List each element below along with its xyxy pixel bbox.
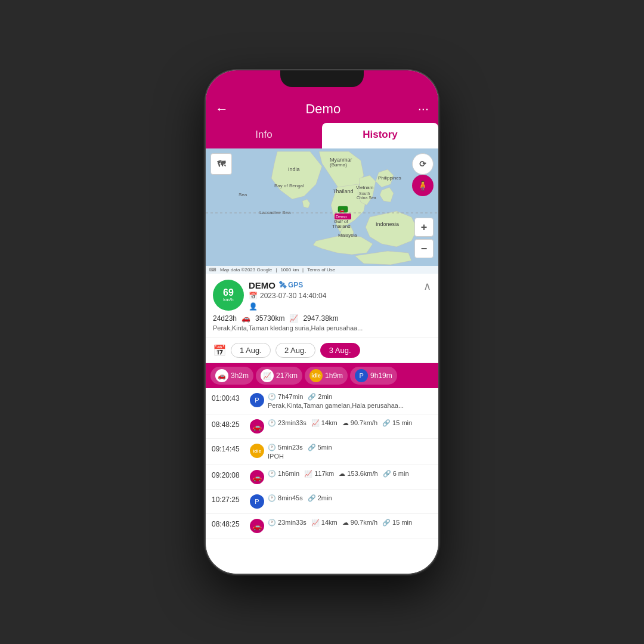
svg-text:Sea: Sea xyxy=(239,192,247,197)
trip-duration: 🕐 8min45s xyxy=(268,494,303,502)
trip-item[interactable]: 01:00:43 P 🕐 7h47min 🔗 2min Perak,Kinta,… xyxy=(206,388,438,414)
trip-address: IPOH xyxy=(268,453,432,460)
trip-time: 10:27:25 xyxy=(212,496,246,504)
trip-details: 🕐 23min33s 📈 14km ☁ 90.7km/h 🔗 15 min xyxy=(268,419,432,427)
trip-type-park-icon: P xyxy=(250,393,264,407)
trip-stops: 🔗 15 min xyxy=(382,519,412,527)
collapse-button[interactable]: ∧ xyxy=(423,280,431,293)
notch xyxy=(280,70,364,87)
trip-list: 01:00:43 P 🕐 7h47min 🔗 2min Perak,Kinta,… xyxy=(206,388,438,574)
trip-time: 08:48:25 xyxy=(212,420,246,429)
trip-stop-time: 🔗 2min xyxy=(308,494,332,502)
svg-text:China Sea: China Sea xyxy=(357,196,376,200)
svg-text:India: India xyxy=(288,166,300,172)
tab-history[interactable]: History xyxy=(322,123,438,148)
summary-distance: 📈 217km xyxy=(256,367,302,385)
trip-stop-time: 🔗 2min xyxy=(308,393,332,401)
vehicle-address: Perak,Kinta,Taman kledang suria,Hala per… xyxy=(213,324,431,332)
zoom-in-button[interactable]: + xyxy=(414,218,434,237)
date-selector: 📅 1 Aug. 2 Aug. 3 Aug. xyxy=(206,338,438,363)
trip-item[interactable]: 08:48:25 🚗 🕐 23min33s 📈 14km ☁ 90.7km/h … xyxy=(206,514,438,538)
tab-bar: Info History xyxy=(206,123,438,148)
trip-details: 🕐 5min23s 🔗 5min IPOH xyxy=(268,444,432,460)
summary-bar: 🚗 3h2m 📈 217km idle 1h9m P 9h19m xyxy=(206,363,438,388)
zoom-out-button[interactable]: − xyxy=(414,239,434,258)
trip-item[interactable]: 10:27:25 P 🕐 8min45s 🔗 2min xyxy=(206,490,438,514)
back-button[interactable]: ← xyxy=(215,101,228,117)
phone-frame: ← Demo ··· Info History xyxy=(206,70,438,574)
trip-type-idle-icon: idle xyxy=(250,444,264,458)
date-2aug[interactable]: 2 Aug. xyxy=(275,343,315,358)
svg-text:Malaysia: Malaysia xyxy=(338,233,357,238)
date-1aug[interactable]: 1 Aug. xyxy=(231,343,271,358)
svg-text:Indonesia: Indonesia xyxy=(376,221,399,227)
trip-item[interactable]: 08:48:25 🚗 🕐 23min33s 📈 14km ☁ 90.7km/h … xyxy=(206,414,438,439)
trip-duration: 🕐 1h6min xyxy=(268,470,299,478)
speed-badge: 69 km/h xyxy=(213,280,244,311)
trip-time: 09:14:45 xyxy=(212,445,246,453)
vehicle-datetime: 📅 2023-07-30 14:40:04 xyxy=(249,292,419,300)
trip-distance: 📈 14km xyxy=(311,519,338,527)
svg-text:🚗: 🚗 xyxy=(339,208,345,213)
trip-details: 🕐 23min33s 📈 14km ☁ 90.7km/h 🔗 15 min xyxy=(268,519,432,527)
svg-text:Philippines: Philippines xyxy=(378,175,401,181)
duration-label: 24d23h xyxy=(213,314,237,323)
trip-distance: 🔗 5min xyxy=(308,444,332,451)
trip-type-park-icon: P xyxy=(250,494,264,509)
trip-type-drive-icon: 🚗 xyxy=(250,519,264,533)
trip-type-drive-icon: 🚗 xyxy=(250,419,264,434)
svg-text:South: South xyxy=(359,191,370,196)
map-rotate-button[interactable]: ⟳ xyxy=(412,153,434,175)
trip-duration: 🕐 7h47min xyxy=(268,393,303,401)
map-person-button[interactable]: 🧍 xyxy=(412,175,434,196)
trip-distance: 2947.38km xyxy=(303,314,338,323)
park-icon: P xyxy=(355,369,368,382)
trip-distance: 📈 14km xyxy=(311,419,338,427)
svg-text:Vietnam: Vietnam xyxy=(356,185,374,190)
trip-duration: 🕐 23min33s xyxy=(268,419,306,427)
page-title: Demo xyxy=(305,101,340,117)
trip-stops: 🔗 6 min xyxy=(383,470,409,478)
trip-speed: ☁ 90.7km/h xyxy=(342,519,377,527)
trip-item[interactable]: 09:14:45 idle 🕐 5min23s 🔗 5min IPOH xyxy=(206,439,438,465)
date-3aug[interactable]: 3 Aug. xyxy=(320,343,360,358)
trip-stops: 🔗 15 min xyxy=(382,419,412,427)
trip-details: 🕐 7h47min 🔗 2min Perak,Kinta,Taman gamel… xyxy=(268,393,432,409)
map-layers-button[interactable]: 🗺 xyxy=(210,153,232,175)
phone-screen: ← Demo ··· Info History xyxy=(206,70,438,574)
svg-text:Laccadive Sea: Laccadive Sea xyxy=(259,210,291,215)
vehicle-info-panel: 69 km/h DEMO 🛰 GPS 📅 2023-07-30 14:40:04 xyxy=(206,274,438,338)
svg-text:Bay of Bengal: Bay of Bengal xyxy=(274,183,304,188)
trip-duration: 🕐 5min23s xyxy=(268,444,303,451)
svg-text:Thailand: Thailand xyxy=(333,188,354,194)
trip-details: 🕐 1h6min 📈 117km ☁ 153.6km/h 🔗 6 min xyxy=(268,470,432,478)
trip-distance: 📈 117km xyxy=(304,470,334,478)
svg-text:Demo: Demo xyxy=(336,215,347,219)
vehicle-name: DEMO xyxy=(249,280,275,290)
vehicle-stats: 👤 xyxy=(249,302,419,311)
idle-icon: idle xyxy=(309,369,323,382)
vehicle-odometer: 24d23h 🚗 35730km 📈 2947.38km xyxy=(213,314,431,323)
distance-icon: 📈 xyxy=(261,369,274,382)
trip-speed: ☁ 90.7km/h xyxy=(342,419,377,427)
trip-details: 🕐 8min45s 🔗 2min xyxy=(268,494,432,502)
trip-time: 01:00:43 xyxy=(212,394,246,402)
trip-speed: ☁ 153.6km/h xyxy=(339,470,377,478)
header: ← Demo ··· xyxy=(206,97,438,123)
trip-type-drive-icon: 🚗 xyxy=(250,470,264,484)
trip-duration: 🕐 23min33s xyxy=(268,519,306,527)
drive-icon: 🚗 xyxy=(215,369,228,382)
tab-info[interactable]: Info xyxy=(206,123,322,148)
summary-park: P 9h19m xyxy=(350,367,397,385)
trip-time: 09:20:08 xyxy=(212,471,246,479)
map-attribution: ⌨ Map data ©2023 Google | 1000 km | Term… xyxy=(206,266,438,274)
map-view[interactable]: India Myanmar (Burma) Thailand Vietnam B… xyxy=(206,148,438,274)
summary-idle: idle 1h9m xyxy=(305,367,348,385)
svg-text:Thailand: Thailand xyxy=(332,224,351,229)
odometer-value: 35730km xyxy=(255,314,284,323)
svg-text:(Burma): (Burma) xyxy=(330,162,347,168)
trip-item[interactable]: 09:20:08 🚗 🕐 1h6min 📈 117km ☁ 153.6km/h … xyxy=(206,465,438,490)
menu-button[interactable]: ··· xyxy=(418,101,429,117)
calendar-icon: 📅 xyxy=(213,344,226,357)
summary-drive: 🚗 3h2m xyxy=(210,367,253,385)
